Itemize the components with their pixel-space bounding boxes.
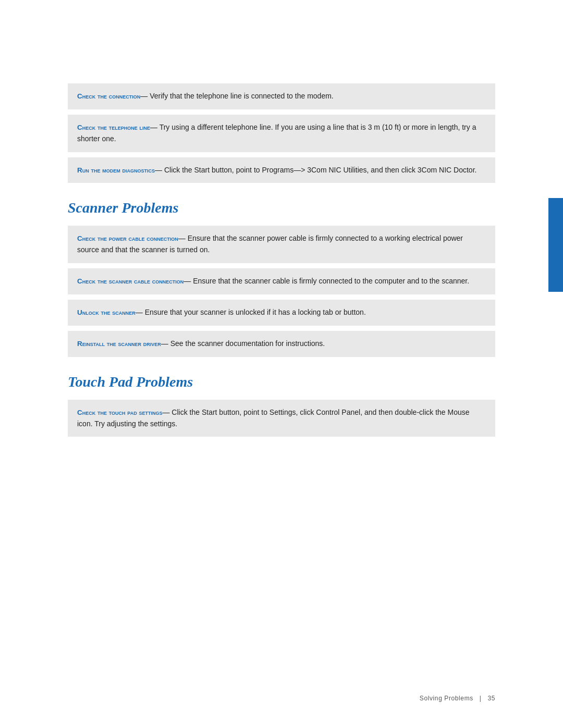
check-power-cable-block: Check the power cable connection— Ensure…	[68, 226, 495, 263]
unlock-scanner-text: Ensure that your scanner is unlocked if …	[145, 308, 366, 316]
reinstall-driver-text: See the scanner documentation for instru…	[170, 339, 325, 348]
check-telephone-dash: —	[150, 123, 157, 131]
check-connection-block: Check the connection— Verify that the te…	[68, 83, 495, 109]
scanner-section-title: Scanner Problems	[68, 200, 495, 216]
check-connection-text: Verify that the telephone line is connec…	[150, 92, 334, 100]
check-connection-label: Check the connection	[77, 92, 140, 100]
unlock-scanner-label: Unlock the scanner	[77, 309, 136, 316]
footer: Solving Problems | 35	[420, 695, 495, 702]
footer-separator: |	[480, 695, 482, 702]
check-telephone-label: Check the telephone line	[77, 124, 150, 131]
scanner-section: Scanner Problems Check the power cable c…	[68, 200, 495, 356]
check-connection-dash: —	[140, 92, 148, 100]
check-scanner-cable-label: Check the scanner cable connection	[77, 277, 183, 285]
footer-page: 35	[487, 695, 495, 702]
reinstall-driver-block: Reinstall the scanner driver— See the sc…	[68, 331, 495, 357]
sidebar-accent	[548, 198, 563, 292]
touchpad-section: Touch Pad Problems Check the touch pad s…	[68, 374, 495, 437]
check-power-cable-dash: —	[178, 234, 186, 242]
run-modem-text: Click the Start button, point to Program…	[164, 166, 477, 174]
unlock-scanner-dash: —	[136, 308, 143, 316]
reinstall-driver-dash: —	[161, 339, 168, 348]
reinstall-driver-label: Reinstall the scanner driver	[77, 340, 161, 348]
footer-text: Solving Problems	[420, 695, 473, 702]
check-scanner-cable-block: Check the scanner cable connection— Ensu…	[68, 268, 495, 294]
check-touchpad-label: Check the touch pad settings	[77, 409, 162, 416]
run-modem-label: Run the modem diagnostics	[77, 166, 155, 174]
check-scanner-cable-text: Ensure that the scanner cable is firmly …	[193, 277, 469, 285]
check-scanner-cable-dash: —	[183, 277, 191, 285]
unlock-scanner-block: Unlock the scanner— Ensure that your sca…	[68, 300, 495, 326]
run-modem-dash: —	[155, 166, 162, 174]
check-telephone-block: Check the telephone line— Try using a di…	[68, 115, 495, 152]
check-power-cable-label: Check the power cable connection	[77, 235, 178, 242]
run-modem-block: Run the modem diagnostics— Click the Sta…	[68, 157, 495, 183]
modem-items-group: Check the connection— Verify that the te…	[68, 83, 495, 183]
touchpad-section-title: Touch Pad Problems	[68, 374, 495, 390]
check-touchpad-dash: —	[162, 408, 169, 416]
check-touchpad-block: Check the touch pad settings— Click the …	[68, 400, 495, 437]
page-content: Check the connection— Verify that the te…	[0, 0, 563, 728]
